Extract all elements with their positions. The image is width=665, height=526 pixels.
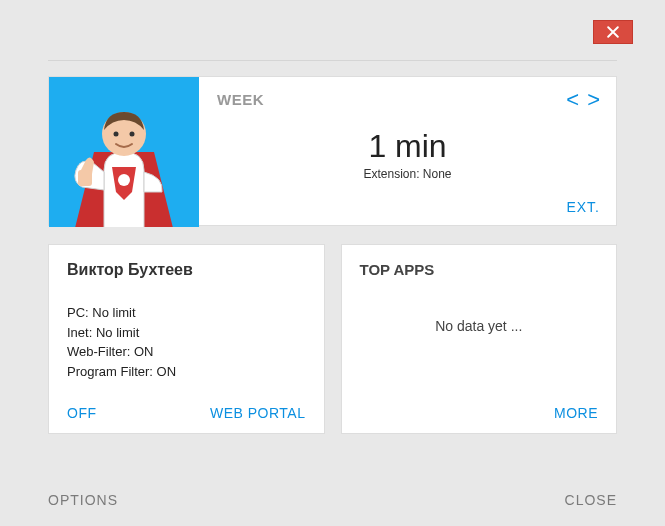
limit-pc: PC: No limit bbox=[67, 303, 306, 323]
user-name: Виктор Бухтеев bbox=[67, 261, 306, 279]
off-link[interactable]: OFF bbox=[67, 405, 97, 421]
close-link[interactable]: CLOSE bbox=[565, 492, 617, 508]
svg-rect-1 bbox=[78, 170, 92, 186]
limit-inet: Inet: No limit bbox=[67, 323, 306, 343]
avatar bbox=[49, 77, 199, 227]
hero-avatar-icon bbox=[54, 92, 194, 227]
prev-period-button[interactable]: < bbox=[566, 87, 579, 113]
web-portal-link[interactable]: WEB PORTAL bbox=[210, 405, 306, 421]
limit-webfilter: Web-Filter: ON bbox=[67, 342, 306, 362]
limit-progfilter: Program Filter: ON bbox=[67, 362, 306, 382]
extension-link[interactable]: EXT. bbox=[566, 199, 600, 215]
next-period-button[interactable]: > bbox=[587, 87, 600, 113]
summary-card: WEEK < > 1 min Extension: None EXT. bbox=[48, 76, 617, 226]
top-apps-card: TOP APPS No data yet ... MORE bbox=[341, 244, 618, 434]
extension-label: Extension: None bbox=[217, 167, 598, 181]
svg-point-0 bbox=[118, 174, 130, 186]
window-close-button[interactable] bbox=[593, 20, 633, 44]
top-apps-empty: No data yet ... bbox=[360, 318, 599, 334]
options-link[interactable]: OPTIONS bbox=[48, 492, 118, 508]
time-value: 1 min bbox=[217, 128, 598, 165]
svg-point-4 bbox=[130, 132, 135, 137]
top-apps-title: TOP APPS bbox=[360, 261, 599, 278]
more-link[interactable]: MORE bbox=[554, 405, 598, 421]
close-icon bbox=[607, 26, 619, 38]
divider bbox=[48, 60, 617, 61]
svg-point-3 bbox=[114, 132, 119, 137]
period-label: WEEK bbox=[217, 91, 598, 108]
user-card: Виктор Бухтеев PC: No limit Inet: No lim… bbox=[48, 244, 325, 434]
